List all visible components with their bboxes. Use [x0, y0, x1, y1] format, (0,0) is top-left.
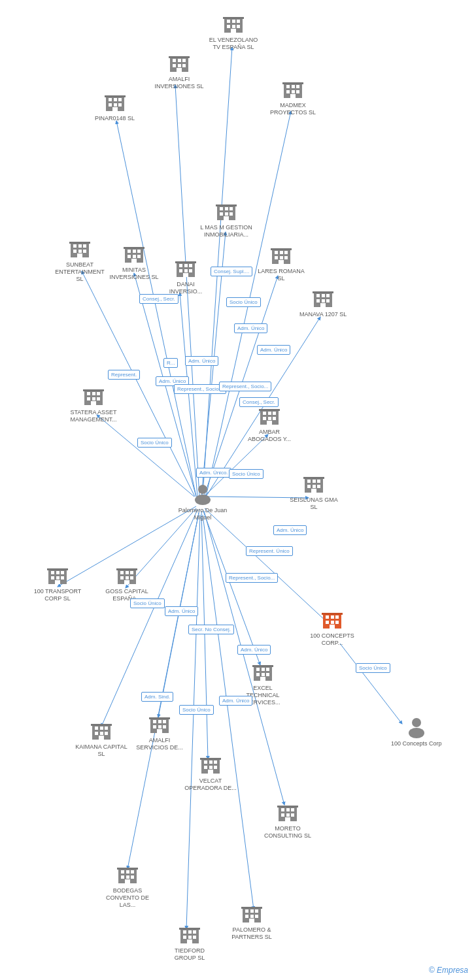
svg-rect-73 — [73, 244, 76, 248]
node-goss-capital[interactable]: GOSS CAPITAL ESPAÑA... — [101, 563, 153, 602]
svg-rect-28 — [227, 20, 230, 23]
node-ambar[interactable]: AMBAR ABOGADOS Y... — [243, 404, 296, 443]
svg-rect-29 — [232, 20, 235, 23]
label-lares-romana: LARES ROMANA SL — [255, 268, 307, 282]
node-100-concepts-corp[interactable]: 100 CONCEPTS CORP... — [306, 608, 358, 647]
svg-rect-213 — [291, 813, 294, 817]
role-badge-socio-unico-2: Socio Único — [137, 438, 172, 448]
node-sunbeat[interactable]: SUNBEAT ENTERTAINMENT SL — [54, 237, 106, 282]
svg-rect-65 — [225, 207, 228, 210]
label-minitas: MINITAS INVERSIONES SL — [108, 267, 160, 281]
node-danai[interactable]: DANAI INVERSIO... — [160, 256, 212, 295]
svg-rect-192 — [105, 727, 108, 730]
svg-rect-176 — [262, 673, 265, 676]
central-person-node[interactable]: Palomero De Juan Miguel — [177, 482, 229, 521]
svg-rect-127 — [263, 412, 266, 415]
svg-rect-186 — [163, 725, 166, 728]
svg-rect-235 — [245, 909, 248, 913]
svg-rect-201 — [214, 760, 217, 764]
person-icon — [191, 482, 214, 506]
role-badge-represent-unico: Represent. Único — [246, 546, 293, 556]
central-person-label: Palomero De Juan Miguel — [177, 507, 229, 521]
svg-rect-173 — [262, 668, 265, 671]
person-label-100concepts: 100 Concepts Corp — [391, 740, 442, 747]
node-100-transport[interactable]: 100 TRANSPORT CORP SL — [31, 563, 84, 602]
svg-rect-221 — [126, 875, 129, 879]
role-badge-socio-unico-100c: Socio Único — [356, 663, 390, 673]
label-madmex: MADMEX PROYECTOS SL — [267, 102, 319, 116]
svg-rect-241 — [249, 919, 254, 923]
svg-rect-91 — [179, 264, 182, 267]
svg-rect-178 — [260, 677, 265, 681]
label-amalfi-inversiones: AMALFI INVERSIONES SL — [153, 76, 205, 90]
svg-rect-163 — [326, 615, 329, 619]
node-amalfi-inversiones[interactable]: AMALFI INVERSIONES SL — [153, 51, 205, 90]
label-bodegas-convento: BODEGAS CONVENTO DE LAS... — [101, 887, 154, 908]
node-el-venezolano[interactable]: EL VENEZOLANO TV ESPAÑA SL — [207, 12, 260, 51]
svg-rect-89 — [124, 247, 144, 249]
svg-rect-116 — [313, 291, 333, 293]
svg-rect-190 — [95, 727, 98, 730]
svg-rect-237 — [255, 909, 258, 913]
node-100concepts-person[interactable]: 100 Concepts Corp — [391, 715, 442, 747]
node-seislunas[interactable]: SEISLUNAS GMA SL — [288, 472, 340, 511]
node-madmex[interactable]: MADMEX PROYECTOS SL — [267, 77, 319, 116]
svg-rect-172 — [256, 668, 260, 671]
svg-rect-220 — [121, 875, 124, 879]
svg-rect-193 — [95, 732, 98, 735]
svg-rect-43 — [177, 68, 182, 72]
svg-rect-53 — [105, 95, 126, 97]
svg-rect-101 — [280, 251, 283, 254]
node-lares-romana[interactable]: LARES ROMANA SL — [255, 243, 307, 282]
svg-rect-210 — [291, 808, 294, 811]
svg-rect-62 — [282, 82, 303, 84]
svg-rect-88 — [131, 259, 137, 263]
node-velcat[interactable]: VELCAT OPERADORA DE... — [184, 753, 237, 792]
svg-rect-112 — [316, 299, 320, 302]
label-statera: STATERA ASSET MANAGEMENT... — [67, 409, 120, 423]
svg-rect-124 — [91, 401, 96, 405]
svg-rect-236 — [250, 909, 254, 913]
node-kaimana-capital[interactable]: KAIMANA CAPITAL SL — [75, 719, 128, 758]
label-lmas-m: L MAS M GESTION INMOBILIARIA... — [200, 224, 252, 238]
label-ambar: AMBAR ABOGADOS Y... — [243, 429, 296, 443]
label-kaimana-capital: KAIMANA CAPITAL SL — [75, 743, 128, 758]
node-bodegas-convento[interactable]: BODEGAS CONVENTO DE LAS... — [101, 862, 154, 908]
role-badge-adm-unico-dot: Adm. Único. — [196, 468, 231, 478]
svg-rect-182 — [158, 720, 162, 723]
svg-rect-77 — [78, 250, 82, 253]
svg-rect-204 — [214, 766, 217, 769]
svg-rect-47 — [114, 98, 117, 101]
node-amalfi-servicios[interactable]: AMALFI SERVICIOS DE... — [133, 712, 186, 751]
label-el-venezolano: EL VENEZOLANO TV ESPAÑA SL — [207, 37, 260, 51]
svg-rect-84 — [137, 250, 141, 253]
node-moreto[interactable]: MORETO CONSULTING SL — [262, 800, 314, 840]
role-badge-socio-unico-goss: Socio Único — [130, 598, 165, 608]
node-statera[interactable]: STATERA ASSET MANAGEMENT... — [67, 384, 120, 423]
svg-rect-155 — [126, 571, 129, 574]
svg-rect-94 — [179, 269, 182, 272]
role-badge-adm-unico-goss: Adm. Único — [165, 606, 198, 616]
svg-rect-102 — [284, 251, 288, 254]
svg-rect-179 — [252, 665, 273, 667]
label-tiedford: TIEDFORD GROUP SL — [163, 947, 216, 962]
node-lmas-m[interactable]: L MAS M GESTION INMOBILIARIA... — [200, 199, 252, 238]
svg-rect-188 — [149, 717, 170, 719]
role-badge-adm-sind: Adm. Sind. — [141, 692, 173, 702]
node-palomero-partners[interactable]: PALOMERO & PARTNERS SL — [226, 902, 278, 941]
label-seislunas: SEISLUNAS GMA SL — [288, 497, 340, 511]
svg-rect-115 — [320, 303, 326, 307]
svg-rect-203 — [209, 766, 212, 769]
node-minitas[interactable]: MINITAS INVERSIONES SL — [108, 242, 160, 281]
building-icon — [311, 286, 335, 310]
svg-rect-151 — [55, 580, 60, 584]
svg-rect-87 — [137, 255, 141, 258]
node-tiedford[interactable]: TIEDFORD GROUP SL — [163, 923, 216, 962]
node-manava-1207[interactable]: MANAVA 1207 SL — [299, 286, 347, 318]
node-pinar0148[interactable]: PINAR0148 SL — [95, 90, 135, 122]
svg-line-19 — [201, 511, 208, 759]
svg-rect-128 — [268, 412, 271, 415]
label-manava-1207: MANAVA 1207 SL — [299, 311, 347, 318]
role-badge-adm-unico-velcat: Adm. Único — [219, 696, 252, 706]
svg-line-24 — [340, 644, 402, 724]
